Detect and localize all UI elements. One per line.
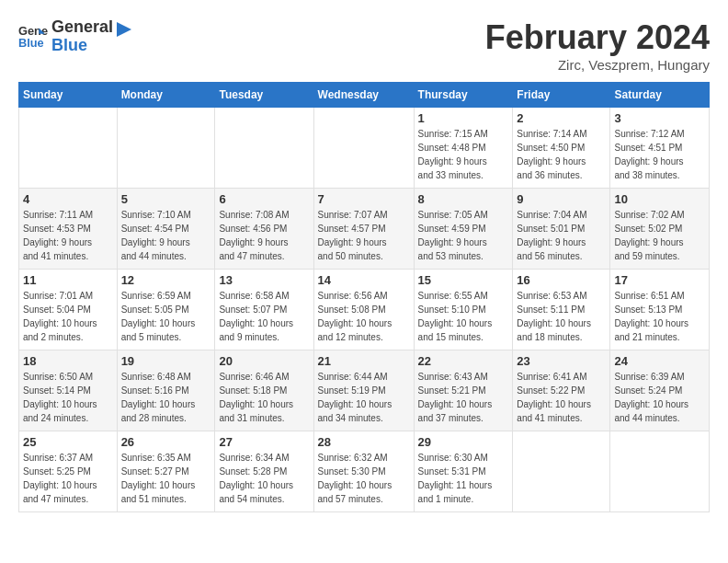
day-number: 28 [318,435,410,449]
weekday-header-saturday: Saturday [610,83,710,108]
day-info: Sunrise: 6:53 AMSunset: 5:11 PMDaylight:… [517,289,606,344]
calendar-cell: 24Sunrise: 6:39 AMSunset: 5:24 PMDayligh… [610,350,710,431]
day-number: 8 [418,192,509,206]
calendar-cell [313,108,414,189]
title-block: February 2024 Zirc, Veszprem, Hungary [485,18,710,73]
day-number: 21 [318,354,410,368]
calendar-cell [215,108,313,189]
calendar-cell: 21Sunrise: 6:44 AMSunset: 5:19 PMDayligh… [313,350,414,431]
calendar-cell: 5Sunrise: 7:10 AMSunset: 4:54 PMDaylight… [117,189,215,270]
page-header: General Blue General Blue February 2024 … [18,18,710,73]
calendar-cell: 6Sunrise: 7:08 AMSunset: 4:56 PMDaylight… [215,189,313,270]
day-info: Sunrise: 6:32 AMSunset: 5:30 PMDaylight:… [318,451,410,506]
calendar-cell: 7Sunrise: 7:07 AMSunset: 4:57 PMDaylight… [313,189,414,270]
day-number: 9 [517,192,606,206]
day-info: Sunrise: 6:51 AMSunset: 5:13 PMDaylight:… [614,289,705,344]
day-number: 24 [614,354,705,368]
calendar-cell: 1Sunrise: 7:15 AMSunset: 4:48 PMDaylight… [414,108,513,189]
calendar-cell: 25Sunrise: 6:37 AMSunset: 5:25 PMDayligh… [19,431,118,512]
day-info: Sunrise: 6:50 AMSunset: 5:14 PMDaylight:… [23,370,113,425]
day-number: 19 [121,354,211,368]
day-number: 13 [219,273,309,287]
day-number: 14 [318,273,410,287]
day-info: Sunrise: 6:46 AMSunset: 5:18 PMDaylight:… [219,370,309,425]
calendar-cell: 4Sunrise: 7:11 AMSunset: 4:53 PMDaylight… [19,189,118,270]
calendar-cell: 13Sunrise: 6:58 AMSunset: 5:07 PMDayligh… [215,270,313,350]
day-info: Sunrise: 7:11 AMSunset: 4:53 PMDaylight:… [23,208,113,263]
day-info: Sunrise: 6:48 AMSunset: 5:16 PMDaylight:… [121,370,211,425]
day-number: 22 [418,354,509,368]
calendar-cell: 26Sunrise: 6:35 AMSunset: 5:27 PMDayligh… [117,431,215,512]
day-number: 12 [121,273,211,287]
calendar-cell: 15Sunrise: 6:55 AMSunset: 5:10 PMDayligh… [414,270,513,350]
logo-arrow-icon [115,18,133,37]
calendar-table: SundayMondayTuesdayWednesdayThursdayFrid… [18,82,710,512]
day-info: Sunrise: 7:05 AMSunset: 4:59 PMDaylight:… [418,208,509,263]
day-number: 3 [614,111,705,125]
logo-blue: Blue [51,37,133,55]
day-number: 6 [219,192,309,206]
weekday-header-friday: Friday [513,83,610,108]
day-number: 1 [418,111,509,125]
calendar-cell [19,108,118,189]
weekday-header-sunday: Sunday [19,83,118,108]
calendar-cell: 3Sunrise: 7:12 AMSunset: 4:51 PMDaylight… [610,108,710,189]
weekday-header-thursday: Thursday [414,83,513,108]
day-info: Sunrise: 7:04 AMSunset: 5:01 PMDaylight:… [517,208,606,263]
calendar-week-row: 11Sunrise: 7:01 AMSunset: 5:04 PMDayligh… [19,270,710,350]
svg-text:Blue: Blue [18,36,44,50]
calendar-cell: 27Sunrise: 6:34 AMSunset: 5:28 PMDayligh… [215,431,313,512]
calendar-cell [117,108,215,189]
location-subtitle: Zirc, Veszprem, Hungary [485,57,710,73]
calendar-cell: 14Sunrise: 6:56 AMSunset: 5:08 PMDayligh… [313,270,414,350]
day-number: 5 [121,192,211,206]
day-number: 20 [219,354,309,368]
day-number: 4 [23,192,113,206]
calendar-header-row: SundayMondayTuesdayWednesdayThursdayFrid… [19,83,710,108]
day-number: 29 [418,435,509,449]
day-info: Sunrise: 7:10 AMSunset: 4:54 PMDaylight:… [121,208,211,263]
calendar-week-row: 1Sunrise: 7:15 AMSunset: 4:48 PMDaylight… [19,108,710,189]
day-number: 15 [418,273,509,287]
day-info: Sunrise: 6:41 AMSunset: 5:22 PMDaylight:… [517,370,606,425]
weekday-header-tuesday: Tuesday [215,83,313,108]
month-year-title: February 2024 [485,18,710,57]
day-info: Sunrise: 6:35 AMSunset: 5:27 PMDaylight:… [121,451,211,506]
calendar-week-row: 4Sunrise: 7:11 AMSunset: 4:53 PMDaylight… [19,189,710,270]
calendar-cell: 29Sunrise: 6:30 AMSunset: 5:31 PMDayligh… [414,431,513,512]
day-number: 11 [23,273,113,287]
calendar-cell: 20Sunrise: 6:46 AMSunset: 5:18 PMDayligh… [215,350,313,431]
day-info: Sunrise: 7:07 AMSunset: 4:57 PMDaylight:… [318,208,410,263]
calendar-cell: 2Sunrise: 7:14 AMSunset: 4:50 PMDaylight… [513,108,610,189]
day-info: Sunrise: 7:15 AMSunset: 4:48 PMDaylight:… [418,127,509,182]
day-info: Sunrise: 7:14 AMSunset: 4:50 PMDaylight:… [517,127,606,182]
calendar-cell: 17Sunrise: 6:51 AMSunset: 5:13 PMDayligh… [610,270,710,350]
calendar-cell: 10Sunrise: 7:02 AMSunset: 5:02 PMDayligh… [610,189,710,270]
logo-general: General [51,17,113,36]
calendar-cell: 28Sunrise: 6:32 AMSunset: 5:30 PMDayligh… [313,431,414,512]
day-info: Sunrise: 6:59 AMSunset: 5:05 PMDaylight:… [121,289,211,344]
day-number: 16 [517,273,606,287]
calendar-week-row: 25Sunrise: 6:37 AMSunset: 5:25 PMDayligh… [19,431,710,512]
calendar-cell: 19Sunrise: 6:48 AMSunset: 5:16 PMDayligh… [117,350,215,431]
logo: General Blue General Blue [18,18,133,55]
weekday-header-wednesday: Wednesday [313,83,414,108]
day-number: 2 [517,111,606,125]
day-number: 18 [23,354,113,368]
day-number: 17 [614,273,705,287]
day-info: Sunrise: 6:43 AMSunset: 5:21 PMDaylight:… [418,370,509,425]
calendar-cell: 11Sunrise: 7:01 AMSunset: 5:04 PMDayligh… [19,270,118,350]
day-info: Sunrise: 6:58 AMSunset: 5:07 PMDaylight:… [219,289,309,344]
calendar-cell: 16Sunrise: 6:53 AMSunset: 5:11 PMDayligh… [513,270,610,350]
calendar-cell [513,431,610,512]
day-number: 10 [614,192,705,206]
day-info: Sunrise: 6:34 AMSunset: 5:28 PMDaylight:… [219,451,309,506]
day-info: Sunrise: 6:55 AMSunset: 5:10 PMDaylight:… [418,289,509,344]
day-info: Sunrise: 6:30 AMSunset: 5:31 PMDaylight:… [418,451,509,506]
day-info: Sunrise: 7:12 AMSunset: 4:51 PMDaylight:… [614,127,705,182]
calendar-cell: 9Sunrise: 7:04 AMSunset: 5:01 PMDaylight… [513,189,610,270]
calendar-cell: 8Sunrise: 7:05 AMSunset: 4:59 PMDaylight… [414,189,513,270]
day-number: 27 [219,435,309,449]
calendar-cell: 18Sunrise: 6:50 AMSunset: 5:14 PMDayligh… [19,350,118,431]
day-info: Sunrise: 6:39 AMSunset: 5:24 PMDaylight:… [614,370,705,425]
